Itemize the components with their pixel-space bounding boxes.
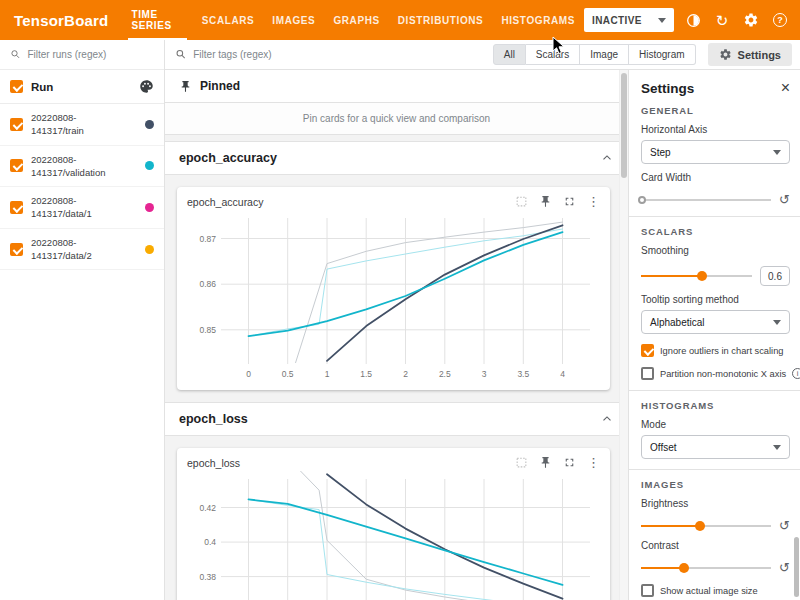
- run-row-train[interactable]: 20220808-141317/train: [0, 104, 164, 146]
- svg-text:1.5: 1.5: [360, 369, 372, 379]
- partition-x-axis-checkbox[interactable]: [641, 367, 654, 380]
- general-heading: GENERAL: [641, 105, 790, 116]
- section-header-epoch-accuracy[interactable]: epoch_accuracy: [165, 142, 628, 175]
- scalar-card-epoch-loss: epoch_loss: [177, 448, 610, 600]
- tab-time-series[interactable]: TIME SERIES: [122, 0, 192, 40]
- tab-scalars[interactable]: SCALARS: [193, 0, 264, 40]
- search-icon: [10, 48, 21, 61]
- slider-thumb[interactable]: [697, 271, 707, 281]
- pin-card-icon[interactable]: [539, 195, 552, 208]
- run-checkbox[interactable]: [10, 243, 23, 256]
- slider-thumb[interactable]: [638, 196, 646, 204]
- runs-header-label: Run: [31, 81, 53, 93]
- run-checkbox[interactable]: [10, 201, 23, 214]
- ignore-outliers-checkbox[interactable]: [641, 344, 654, 357]
- gear-icon[interactable]: [741, 10, 761, 30]
- settings-scrollbar-thumb[interactable]: [794, 537, 799, 597]
- refresh-icon[interactable]: ↻: [712, 10, 732, 30]
- reset-icon[interactable]: ↺: [779, 519, 790, 532]
- more-vert-icon[interactable]: ⋮: [587, 195, 600, 208]
- scalar-chart-epoch-accuracy[interactable]: 00.511.522.533.540.850.860.87: [187, 210, 600, 382]
- caret-down-icon: [773, 150, 781, 155]
- caret-down-icon: [773, 445, 781, 450]
- run-color-dot: [145, 161, 154, 170]
- search-icon: [175, 48, 187, 61]
- slider-thumb[interactable]: [695, 521, 705, 531]
- pin-card-icon[interactable]: [539, 456, 552, 469]
- brightness-slider[interactable]: [641, 525, 771, 527]
- card-actions: ⋮: [515, 195, 600, 208]
- app-title: TensorBoard: [0, 12, 122, 29]
- svg-text:4: 4: [560, 369, 565, 379]
- tab-histograms[interactable]: HISTOGRAMS: [492, 0, 584, 40]
- horizontal-axis-select[interactable]: Step: [641, 140, 790, 164]
- run-row-validation[interactable]: 20220808-141317/validation: [0, 146, 164, 188]
- main-area: All Scalars Image Histogram Settings: [165, 40, 800, 600]
- reset-icon[interactable]: ↺: [779, 193, 790, 206]
- info-icon[interactable]: i: [792, 368, 800, 379]
- reset-icon[interactable]: ↺: [779, 561, 790, 574]
- run-checkbox[interactable]: [10, 118, 23, 131]
- partition-x-axis-row[interactable]: Partition non-monotonic X axis i: [641, 367, 790, 380]
- actual-image-size-label: Show actual image size: [660, 586, 758, 596]
- run-label: 20220808-141317/train: [31, 111, 123, 138]
- run-row-data-2[interactable]: 20220808-141317/data/2: [0, 229, 164, 271]
- card-header: epoch_loss: [187, 456, 600, 469]
- settings-button-label: Settings: [738, 49, 781, 61]
- svg-text:0.4: 0.4: [204, 537, 216, 547]
- section-header-epoch-loss[interactable]: epoch_loss: [165, 403, 628, 436]
- settings-button[interactable]: Settings: [708, 43, 792, 66]
- pinned-section-header: Pinned: [165, 70, 628, 103]
- histogram-mode-select[interactable]: Offset: [641, 435, 790, 459]
- filter-histogram-button[interactable]: Histogram: [629, 44, 696, 65]
- divider: [629, 469, 800, 470]
- palette-icon[interactable]: [139, 79, 154, 94]
- tab-distributions[interactable]: DISTRIBUTIONS: [389, 0, 493, 40]
- contrast-toggle-icon[interactable]: [683, 10, 703, 30]
- scalar-chart-epoch-loss[interactable]: 00.511.522.533.540.360.380.40.42: [187, 471, 600, 600]
- ignore-outliers-row[interactable]: Ignore outliers in chart scaling: [641, 344, 790, 357]
- svg-text:0.86: 0.86: [199, 279, 216, 289]
- tooltip-sorting-select[interactable]: Alphabetical: [641, 310, 790, 334]
- reload-status-select[interactable]: INACTIVE: [584, 8, 674, 32]
- run-checkbox[interactable]: [10, 159, 23, 172]
- tab-graphs[interactable]: GRAPHS: [324, 0, 388, 40]
- fit-to-data-icon[interactable]: [515, 195, 528, 208]
- close-icon[interactable]: ×: [781, 80, 790, 96]
- run-row-data-1[interactable]: 20220808-141317/data/1: [0, 187, 164, 229]
- fit-to-data-icon[interactable]: [515, 456, 528, 469]
- run-color-dot: [145, 245, 154, 254]
- chevron-up-icon[interactable]: [600, 412, 614, 426]
- fullscreen-icon[interactable]: [563, 195, 576, 208]
- main-scrollbar[interactable]: [619, 70, 628, 600]
- nav-tabs: TIME SERIES SCALARS IMAGES GRAPHS DISTRI…: [122, 0, 584, 40]
- card-width-slider[interactable]: [641, 199, 771, 201]
- actual-image-size-checkbox[interactable]: [641, 584, 654, 597]
- brightness-label: Brightness: [641, 498, 790, 509]
- svg-text:2: 2: [403, 369, 408, 379]
- actual-image-size-row[interactable]: Show actual image size: [641, 584, 790, 597]
- svg-text:0.38: 0.38: [199, 572, 216, 582]
- filter-scalars-button[interactable]: Scalars: [526, 44, 580, 65]
- select-all-runs-checkbox[interactable]: [10, 80, 23, 93]
- runs-header-row: Run: [0, 70, 164, 104]
- smoothing-value-input[interactable]: 0.6: [760, 266, 790, 286]
- contrast-slider[interactable]: [641, 567, 771, 569]
- run-label: 20220808-141317/data/1: [31, 194, 123, 221]
- histogram-mode-value: Offset: [650, 442, 677, 453]
- more-vert-icon[interactable]: ⋮: [587, 456, 600, 469]
- tags-toolbar: All Scalars Image Histogram Settings: [165, 40, 800, 70]
- fullscreen-icon[interactable]: [563, 456, 576, 469]
- filter-runs-input[interactable]: [27, 49, 154, 60]
- svg-text:3.5: 3.5: [517, 369, 529, 379]
- slider-thumb[interactable]: [679, 563, 689, 573]
- main-scrollbar-thumb[interactable]: [621, 73, 627, 178]
- help-icon[interactable]: ?: [770, 10, 790, 30]
- chevron-up-icon[interactable]: [600, 151, 614, 165]
- filter-all-button[interactable]: All: [493, 44, 526, 65]
- filter-image-button[interactable]: Image: [580, 44, 629, 65]
- smoothing-slider[interactable]: [641, 275, 752, 277]
- section-gap: [165, 135, 628, 142]
- tab-images[interactable]: IMAGES: [263, 0, 324, 40]
- filter-tags-input[interactable]: [193, 49, 492, 60]
